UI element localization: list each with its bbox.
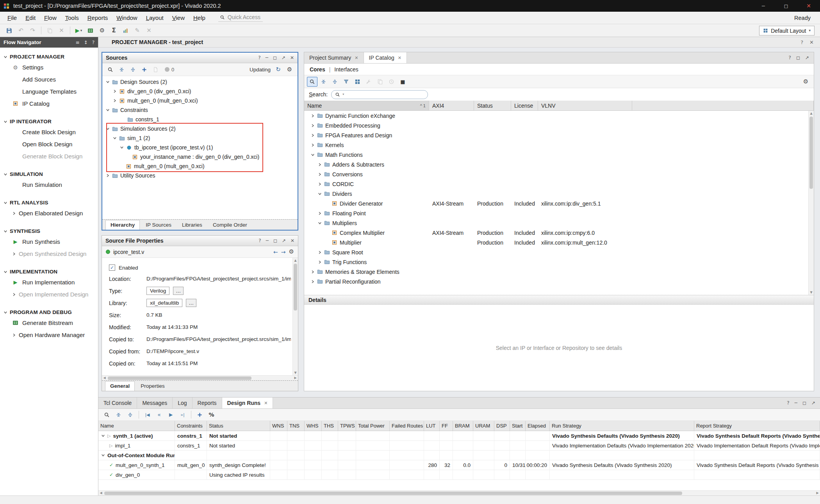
column-license[interactable]: License	[511, 101, 538, 110]
board-button[interactable]	[85, 26, 96, 35]
expand-all-button[interactable]	[125, 410, 135, 420]
tab-tcl-console[interactable]: Tcl Console	[98, 398, 137, 408]
ip-search-input[interactable]: ▾	[331, 90, 428, 99]
search-button[interactable]	[307, 77, 317, 87]
chevron-down-icon[interactable]	[119, 146, 124, 149]
source-row-mult-gen-0[interactable]: mult_gen_0 (mult_gen_0.xci)	[102, 96, 298, 105]
scrollbar-thumb[interactable]	[108, 376, 251, 380]
type-ellipsis-button[interactable]: …	[173, 287, 184, 295]
subtab-cores[interactable]: Cores	[310, 66, 325, 73]
source-row-utility-sources[interactable]: Utility Sources	[102, 171, 298, 180]
ip-row-math-functions[interactable]: Math Functions	[304, 150, 814, 160]
ip-row-partial-reconfiguration[interactable]: Partial Reconfiguration	[304, 277, 814, 286]
save-button[interactable]	[4, 26, 14, 35]
chevron-right-icon[interactable]	[317, 172, 322, 176]
nav-item-open-hardware-manager[interactable]: Open Hardware Manager	[0, 329, 98, 341]
nav-item-generate-bitstream[interactable]: Generate Bitstream	[0, 317, 98, 329]
menu-layout[interactable]: Layout	[142, 12, 168, 23]
close-icon[interactable]: ✕	[809, 40, 814, 45]
tab-log[interactable]: Log	[173, 398, 192, 408]
navigator-menu-icon[interactable]: ≡	[76, 40, 80, 45]
layout-selector[interactable]: Default Layout ▾	[759, 26, 815, 35]
column-name[interactable]: Name ^ 1	[304, 101, 429, 110]
vertical-scrollbar[interactable]: ▲ ▼	[292, 258, 298, 375]
properties-wrench-button[interactable]	[364, 77, 374, 87]
source-row-your-instance-name[interactable]: your_instance_name : div_gen_0 (div_gen_…	[102, 152, 298, 161]
ip-row-trig-functions[interactable]: Trig Functions	[304, 257, 814, 267]
run-row-ooc-group[interactable]: Out-of-Context Module Runs	[98, 451, 820, 460]
nav-section-header-project-manager[interactable]: PROJECT MANAGER	[0, 52, 98, 61]
chevron-right-icon[interactable]	[105, 174, 110, 177]
close-window-button[interactable]: ✕	[797, 0, 820, 12]
col-status[interactable]: Status	[207, 421, 270, 431]
help-icon[interactable]: ?	[258, 55, 260, 60]
tab-compile-order[interactable]: Compile Order	[208, 220, 252, 230]
column-status[interactable]: Status	[474, 101, 511, 110]
chevron-down-icon[interactable]	[310, 153, 315, 157]
chevron-down-icon[interactable]	[105, 80, 110, 84]
scroll-down-arrow[interactable]: ▼	[293, 370, 298, 375]
column-axi4[interactable]: AXI4	[429, 101, 474, 110]
chevron-right-icon[interactable]	[310, 143, 315, 147]
edit-pencil-button[interactable]: ✎	[132, 26, 143, 35]
nav-item-run-implementation[interactable]: ▶ Run Implementation	[0, 276, 98, 288]
maximize-icon[interactable]: ◻	[802, 401, 806, 405]
source-row-constrs-1[interactable]: constrs_1	[102, 115, 298, 124]
source-row-constraints[interactable]: Constraints	[102, 105, 298, 115]
run-row-mult-gen-0-synth-1[interactable]: ✓ mult_gen_0_synth_1 mult_gen_0 synth_de…	[98, 460, 820, 470]
chevron-right-icon[interactable]	[310, 133, 315, 137]
nav-section-header-simulation[interactable]: SIMULATION	[0, 170, 98, 179]
utilization-percent-button[interactable]: %	[206, 410, 217, 420]
chevron-right-icon[interactable]	[317, 211, 322, 215]
nav-section-header-synthesis[interactable]: SYNTHESIS	[0, 227, 98, 236]
library-input[interactable]: xil_defaultlib	[146, 299, 182, 307]
forward-button[interactable]: →	[281, 249, 286, 255]
menu-view[interactable]: View	[168, 12, 189, 23]
col-start[interactable]: Start	[510, 421, 526, 431]
source-row-simulation-sources[interactable]: Simulation Sources (2)	[102, 124, 298, 133]
chevron-right-icon[interactable]	[112, 99, 117, 103]
chevron-down-icon[interactable]	[101, 453, 105, 457]
resume-button[interactable]: ▶	[166, 410, 176, 420]
minimize-icon[interactable]: ─	[266, 55, 268, 60]
col-tpws[interactable]: TPWS	[338, 421, 356, 431]
run-row-impl-1[interactable]: ▷ impl_1 constrs_1 Not started Vivado Im…	[98, 441, 820, 451]
tab-general[interactable]: General	[105, 381, 135, 391]
col-uram[interactable]: URAM	[473, 421, 494, 431]
undo-button[interactable]: ↶	[16, 26, 26, 35]
chevron-down-icon[interactable]	[317, 221, 322, 225]
col-constraints[interactable]: Constraints	[175, 421, 207, 431]
chevron-right-icon[interactable]	[317, 163, 322, 167]
step-first-button[interactable]: |◀	[142, 410, 153, 420]
ip-row-multiplier[interactable]: Multiplier Production Included xilinx.co…	[304, 238, 814, 247]
scroll-up-arrow[interactable]: ▲	[809, 111, 814, 116]
col-lut[interactable]: LUT	[424, 421, 440, 431]
nav-item-create-block-design[interactable]: Create Block Design	[0, 126, 98, 138]
settings-gear-button[interactable]: ⚙	[284, 65, 295, 75]
tab-properties[interactable]: Properties	[136, 382, 169, 391]
col-ff[interactable]: FF	[440, 421, 453, 431]
chevron-down-icon[interactable]	[101, 434, 105, 438]
menu-help[interactable]: Help	[189, 12, 210, 23]
collapse-all-button[interactable]	[113, 410, 124, 420]
close-icon[interactable]: ✕	[290, 55, 294, 60]
maximize-icon[interactable]: ◻	[796, 55, 800, 60]
source-row-div-gen-0[interactable]: div_gen_0 (div_gen_0.xci)	[102, 87, 298, 96]
add-sources-button[interactable]	[139, 65, 150, 75]
ip-row-dynamic-function-exchange[interactable]: Dynamic Function eXchange	[304, 111, 814, 121]
scroll-down-arrow[interactable]: ▼	[809, 290, 814, 295]
subtab-interfaces[interactable]: Interfaces	[334, 66, 358, 73]
chevron-down-icon[interactable]	[105, 127, 110, 131]
col-wns[interactable]: WNS	[270, 421, 287, 431]
ip-row-cordic[interactable]: CORDIC	[304, 179, 814, 189]
help-icon[interactable]: ?	[789, 55, 791, 60]
nav-item-add-sources[interactable]: Add Sources	[0, 73, 98, 85]
redo-button[interactable]: ↷	[27, 26, 38, 35]
chevron-right-icon[interactable]	[310, 114, 315, 118]
ip-row-divider-generator[interactable]: Divider Generator AXI4-Stream Production…	[304, 199, 814, 208]
tab-reports[interactable]: Reports	[193, 398, 222, 408]
history-clock-button[interactable]	[386, 77, 397, 87]
ip-row-conversions[interactable]: Conversions	[304, 169, 814, 179]
chevron-right-icon[interactable]	[317, 182, 322, 186]
tab-messages[interactable]: Messages	[137, 398, 173, 408]
